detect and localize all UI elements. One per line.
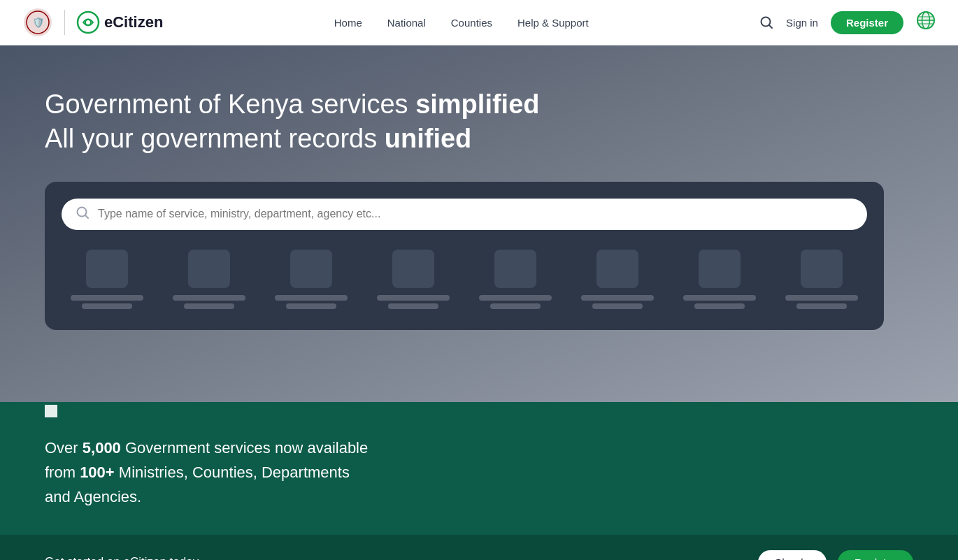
svg-point-3 <box>78 12 99 33</box>
category-item[interactable] <box>368 250 459 309</box>
bottom-bar: Get started on eCitizen today Sign in Re… <box>0 535 958 560</box>
category-icon-placeholder <box>392 250 434 288</box>
nav-help-support[interactable]: Help & Support <box>517 17 589 29</box>
nav-home[interactable]: Home <box>334 17 362 29</box>
ecitizen-logo-icon <box>76 10 100 34</box>
category-icon-placeholder <box>290 250 332 288</box>
bottom-bar-actions: Sign in Register <box>758 550 913 560</box>
category-icon-placeholder <box>699 250 741 288</box>
navbar: 🛡️ eCitizen Home National Counties Help … <box>0 0 958 45</box>
navbar-logo-area: 🛡️ eCitizen <box>22 7 163 38</box>
nav-national[interactable]: National <box>387 17 426 29</box>
search-input[interactable] <box>98 208 853 220</box>
hero-title-line1: Government of Kenya services simplified <box>45 89 540 119</box>
category-icon-placeholder <box>596 250 638 288</box>
register-button[interactable]: Register <box>831 11 903 34</box>
category-icon-placeholder <box>494 250 536 288</box>
signin-link[interactable]: Sign in <box>786 17 818 29</box>
hero-title-line2: All your government records unified <box>45 124 471 153</box>
bottom-register-button[interactable]: Register <box>838 550 913 560</box>
svg-text:🛡️: 🛡️ <box>32 17 45 29</box>
category-item[interactable] <box>164 250 255 309</box>
svg-point-4 <box>85 20 91 25</box>
category-grid <box>62 250 867 309</box>
hero-section: Government of Kenya services simplified … <box>0 45 958 402</box>
banner-text: Over 5,000 Government services now avail… <box>45 436 520 510</box>
category-icon-placeholder <box>86 250 128 288</box>
navbar-right-actions: Sign in Register <box>759 10 936 34</box>
category-item[interactable] <box>62 250 152 309</box>
bottom-bar-text: Get started on eCitizen today <box>45 555 199 560</box>
globe-icon <box>916 10 936 30</box>
ecitizen-logo: eCitizen <box>76 10 163 34</box>
category-item[interactable] <box>266 250 357 309</box>
hero-title: Government of Kenya services simplified … <box>45 87 913 157</box>
bottom-signin-button[interactable]: Sign in <box>758 550 827 560</box>
coat-of-arms-icon: 🛡️ <box>22 7 53 38</box>
category-icon-placeholder <box>801 250 843 288</box>
search-bar[interactable] <box>62 199 867 230</box>
search-bar-icon <box>76 206 90 223</box>
search-button[interactable] <box>759 15 773 29</box>
language-selector-button[interactable] <box>916 10 936 34</box>
category-item[interactable] <box>470 250 561 309</box>
logo-text: eCitizen <box>104 13 163 31</box>
nav-counties[interactable]: Counties <box>451 17 492 29</box>
category-item[interactable] <box>674 250 765 309</box>
banner-section: Over 5,000 Government services now avail… <box>0 402 958 535</box>
search-container <box>45 182 884 330</box>
category-item[interactable] <box>776 250 867 309</box>
category-icon-placeholder <box>188 250 230 288</box>
search-icon <box>759 15 773 29</box>
navbar-center-nav: Home National Counties Help & Support <box>334 17 589 29</box>
category-item[interactable] <box>572 250 663 309</box>
logo-divider <box>64 10 65 35</box>
